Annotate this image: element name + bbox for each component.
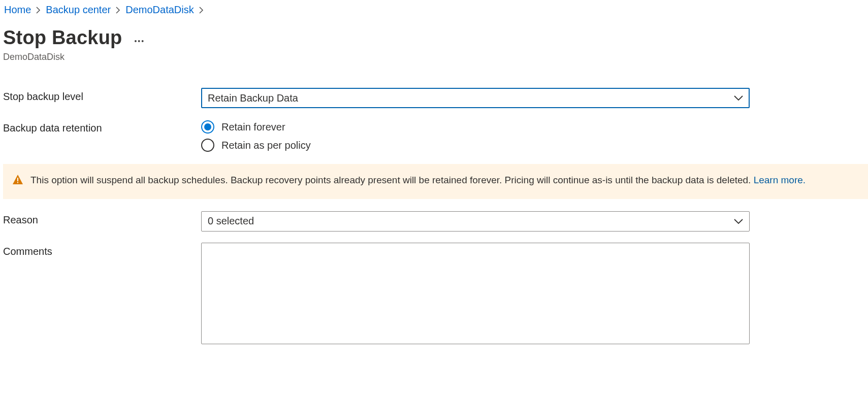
chevron-right-icon	[116, 7, 120, 14]
retention-label: Backup data retention	[3, 119, 201, 134]
stop-backup-level-value: Retain Backup Data	[208, 92, 298, 104]
chevron-right-icon	[36, 7, 41, 14]
warning-banner: This option will suspend all backup sche…	[3, 164, 868, 199]
retention-option-label: Retain as per policy	[221, 140, 311, 151]
svg-rect-0	[17, 178, 18, 181]
stop-backup-level-select[interactable]: Retain Backup Data	[201, 88, 750, 108]
retention-radio-group: Retain forever Retain as per policy	[201, 119, 750, 152]
breadcrumb-item-demodatadisk[interactable]: DemoDataDisk	[125, 4, 194, 16]
chevron-down-icon	[734, 218, 743, 224]
reason-select-value: 0 selected	[208, 215, 254, 227]
retention-option-retain-forever[interactable]: Retain forever	[201, 120, 750, 134]
chevron-right-icon	[199, 7, 204, 14]
radio-icon	[201, 139, 214, 152]
page-title: Stop Backup	[3, 27, 122, 49]
stop-backup-level-label: Stop backup level	[3, 88, 201, 103]
comments-textarea[interactable]	[201, 243, 750, 344]
breadcrumb: Home Backup center DemoDataDisk	[3, 3, 868, 21]
retention-option-label: Retain forever	[221, 121, 285, 133]
chevron-down-icon	[734, 95, 743, 101]
reason-label: Reason	[3, 211, 201, 226]
svg-rect-1	[17, 182, 18, 183]
learn-more-link[interactable]: Learn more.	[754, 175, 806, 185]
warning-banner-text: This option will suspend all backup sche…	[30, 175, 754, 185]
reason-select[interactable]: 0 selected	[201, 211, 750, 232]
breadcrumb-item-backup-center[interactable]: Backup center	[46, 4, 111, 16]
more-actions-icon[interactable]: •••	[134, 37, 145, 45]
retention-option-retain-as-per-policy[interactable]: Retain as per policy	[201, 139, 750, 152]
page-subtitle: DemoDataDisk	[3, 52, 868, 62]
stop-backup-form: Stop backup level Retain Backup Data Bac…	[3, 88, 868, 152]
radio-icon	[201, 120, 214, 134]
comments-label: Comments	[3, 243, 201, 257]
breadcrumb-item-home[interactable]: Home	[4, 4, 31, 16]
warning-icon	[12, 174, 23, 190]
